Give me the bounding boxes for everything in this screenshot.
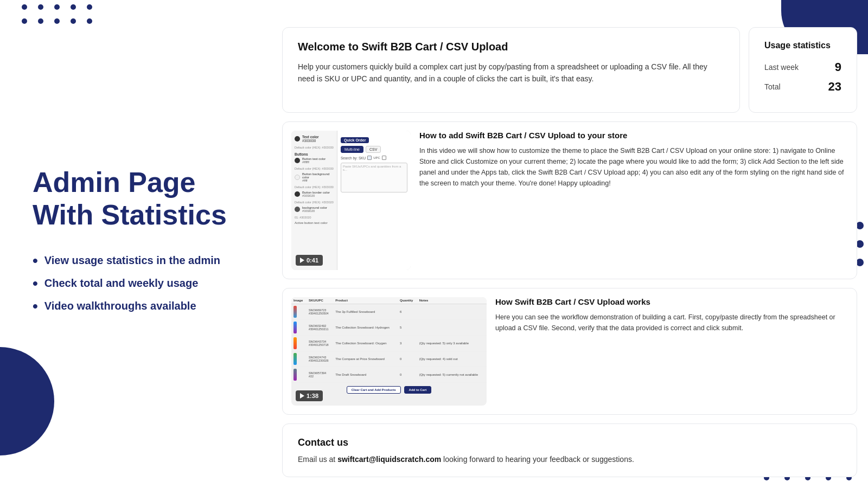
stats-last-week-row: Last week 9 [764, 60, 841, 74]
dot [856, 222, 864, 229]
table-row: SNOW57394#22 The Draft Snowboard 0 (Qty … [291, 367, 487, 383]
top-row: Welcome to Swift B2B Cart / CSV Upload H… [282, 27, 857, 113]
contact-card: Contact us Email us at swiftcart@liquids… [282, 423, 857, 477]
left-panel: Admin Page With Statistics View usage st… [0, 0, 277, 488]
tab-csv[interactable]: CSV [366, 146, 381, 153]
video1-body: In this video we will show how to custom… [419, 145, 848, 189]
stats-total-value: 23 [828, 80, 841, 94]
video2-play-button[interactable]: 1:38 [296, 390, 323, 401]
table-row: SNOW24743#30401230026 The Compare at Pri… [291, 351, 487, 367]
contact-heading: Contact us [298, 437, 841, 448]
stats-total-row: Total 23 [764, 80, 841, 94]
play-icon [300, 393, 304, 399]
video2-info: How Swift B2B Cart / CSV Upload works He… [495, 297, 848, 406]
dots-right [856, 222, 864, 266]
welcome-card: Welcome to Swift B2B Cart / CSV Upload H… [282, 27, 740, 113]
play-icon [300, 258, 304, 263]
col-notes: Notes [417, 297, 487, 304]
video1-section: Text color#303030 Default color (HEX): #… [282, 121, 857, 279]
stats-last-week-label: Last week [764, 63, 799, 72]
col-image: Image [291, 297, 307, 304]
qty-checkbox[interactable] [382, 156, 386, 160]
clear-cart-button[interactable]: Clear Cart and Add Products [347, 386, 401, 394]
search-by-row: Search by: SKU UPC [341, 156, 407, 160]
mini-sidebar: Text color#303030 Default color (HEX): #… [291, 131, 337, 270]
bullet-item-1: View usage statistics in the admin [33, 253, 244, 268]
content-area: Welcome to Swift B2B Cart / CSV Upload H… [282, 27, 857, 477]
video1-info: How to add Swift B2B Cart / CSV Upload t… [419, 131, 848, 270]
page-title: Admin Page With Statistics [33, 166, 244, 232]
bullet-item-2: Check total and weekly usage [33, 276, 244, 291]
video1-thumbnail[interactable]: Text color#303030 Default color (HEX): #… [291, 131, 411, 270]
feature-list: View usage statistics in the admin Check… [33, 253, 244, 322]
video2-section: Image SKU/UPC Product Quantity Notes SNO… [282, 288, 857, 415]
paste-textarea[interactable]: Paste SKUs/UPCs and quantities from a s.… [341, 163, 407, 192]
table-row: SNOW32492#30401250211 The Collection Sno… [291, 320, 487, 336]
contact-text-after: looking forward to hearing your feedback… [441, 455, 634, 464]
contact-text-before: Email us at [298, 455, 337, 464]
col-sku: SKU/UPC [307, 297, 333, 304]
stats-card: Usage statistics Last week 9 Total 23 [749, 27, 857, 113]
stats-last-week-value: 9 [835, 60, 841, 74]
bullet-item-3: Video walkthroughs available [33, 299, 244, 314]
video2-title: How Swift B2B Cart / CSV Upload works [495, 297, 848, 306]
video2-body: Here you can see the workflow demonstrat… [495, 312, 848, 333]
tab-multiline[interactable]: Multi-line [341, 146, 363, 153]
welcome-body: Help your customers quickly build a comp… [298, 61, 724, 85]
table-row: SNOW69723#30401250504 The 3p Fulfilled S… [291, 304, 487, 320]
table-row: SNOW43734#30401250718 The Collection Sno… [291, 336, 487, 351]
add-to-cart-button[interactable]: Add to Cart [404, 386, 432, 394]
bottom-row: Image SKU/UPC Product Quantity Notes SNO… [282, 288, 857, 415]
quick-order-badge: Quick Order [341, 137, 369, 143]
video2-thumbnail[interactable]: Image SKU/UPC Product Quantity Notes SNO… [291, 297, 487, 406]
col-product: Product [333, 297, 398, 304]
dot [856, 259, 864, 266]
welcome-title: Welcome to Swift B2B Cart / CSV Upload [298, 41, 724, 53]
video1-play-button[interactable]: 0:41 [296, 255, 323, 266]
contact-text: Email us at swiftcart@liquidscratch.com … [298, 455, 841, 464]
upc-checkbox[interactable] [367, 156, 372, 160]
stats-total-label: Total [764, 82, 781, 91]
contact-email-link[interactable]: swiftcart@liquidscratch.com [337, 455, 441, 464]
workflow-table: Image SKU/UPC Product Quantity Notes SNO… [291, 297, 487, 383]
col-qty: Quantity [398, 297, 417, 304]
dot [856, 240, 864, 248]
video1-title: How to add Swift B2B Cart / CSV Upload t… [419, 131, 848, 140]
stats-heading: Usage statistics [764, 41, 841, 50]
